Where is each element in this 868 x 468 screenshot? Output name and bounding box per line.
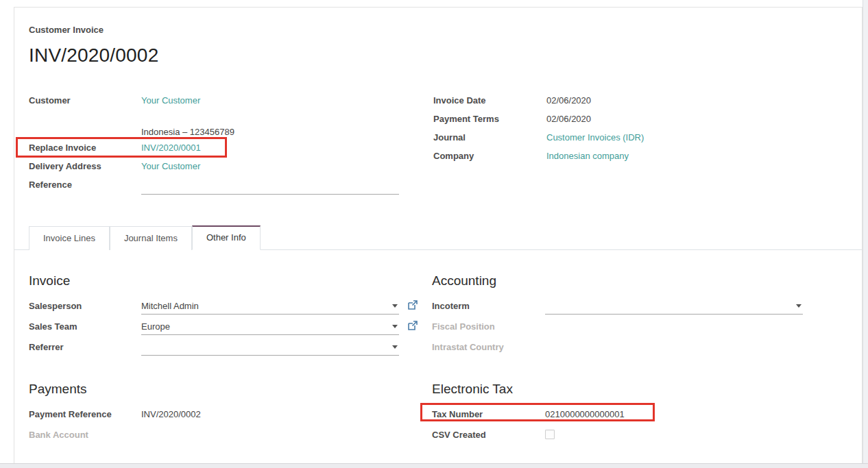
payment-reference-value: INV/2020/0002 (141, 406, 201, 419)
section-invoice: Invoice Salesperson Mitchell Admin Sales… (29, 273, 432, 360)
section-accounting-title: Accounting (432, 273, 803, 288)
salesperson-dropdown[interactable]: Mitchell Admin (141, 299, 399, 315)
tab-other-info[interactable]: Other Info (192, 225, 261, 250)
company-label: Company (433, 149, 546, 161)
field-row-reference: Reference (29, 178, 433, 197)
field-row-replace-invoice: Replace Invoice INV/2020/0001 (29, 141, 433, 160)
section-payments: Payments Payment Reference INV/2020/0002… (29, 382, 432, 447)
journal-link[interactable]: Customer Invoices (IDR) (546, 131, 644, 143)
chevron-down-icon[interactable] (796, 304, 801, 308)
intrastat-country-label: Intrastat Country (432, 339, 545, 352)
tab-journal-items[interactable]: Journal Items (110, 226, 192, 250)
delivery-address-link[interactable]: Your Customer (141, 160, 200, 171)
invoice-date-label: Invoice Date (433, 94, 546, 106)
field-row-referrer: Referrer (29, 339, 432, 360)
journal-label: Journal (433, 131, 546, 143)
doc-type-label: Customer Invoice (29, 25, 862, 35)
vertical-scrollbar[interactable] (863, 0, 868, 463)
company-link[interactable]: Indonesian company (546, 149, 629, 161)
header-detail-grid: Customer Your Customer Indonesia – 12345… (29, 94, 862, 197)
salesperson-label: Salesperson (29, 298, 141, 311)
reference-input[interactable] (141, 180, 399, 195)
customer-address-text: Indonesia – 123456789 (141, 125, 234, 141)
other-info-panel: Invoice Salesperson Mitchell Admin Sales… (29, 273, 862, 468)
field-row-bank-account: Bank Account (29, 427, 432, 447)
customer-link[interactable]: Your Customer (141, 94, 200, 106)
sales-team-label: Sales Team (29, 319, 141, 332)
sales-team-dropdown[interactable]: Europe (141, 320, 399, 335)
field-row-delivery-address: Delivery Address Your Customer (29, 160, 433, 178)
incoterm-label: Incoterm (432, 298, 545, 311)
field-row-company: Company Indonesian company (433, 149, 803, 168)
bank-account-label: Bank Account (29, 427, 141, 440)
fiscal-position-label: Fiscal Position (432, 319, 545, 332)
field-row-intrastat-country: Intrastat Country (432, 339, 803, 360)
section-accounting: Accounting Incoterm Fiscal Position Intr… (432, 273, 803, 360)
replace-invoice-link[interactable]: INV/2020/0001 (141, 141, 201, 153)
payment-terms-label: Payment Terms (433, 112, 546, 124)
field-row-payment-reference: Payment Reference INV/2020/0002 (29, 406, 432, 427)
referrer-dropdown[interactable] (141, 341, 399, 356)
invoice-number-title: INV/2020/0002 (29, 45, 862, 66)
tax-number-value: 0210000000000001 (545, 406, 625, 419)
field-row-customer: Customer Your Customer (29, 94, 433, 112)
field-row-fiscal-position: Fiscal Position (432, 319, 803, 339)
notebook-tabs: Invoice Lines Journal Items Other Info (14, 224, 862, 250)
section-electronic-tax-title: Electronic Tax (432, 382, 803, 397)
external-link-icon[interactable] (407, 300, 418, 312)
horizontal-scrollbar[interactable] (0, 463, 868, 468)
payment-terms-value: 02/06/2020 (546, 112, 591, 124)
field-row-invoice-date: Invoice Date 02/06/2020 (433, 94, 803, 112)
invoice-date-value: 02/06/2020 (546, 94, 591, 106)
field-row-sales-team: Sales Team Europe (29, 319, 432, 339)
field-row-tax-number: Tax Number 0210000000000001 (432, 406, 803, 427)
csv-created-checkbox[interactable] (545, 430, 555, 439)
payment-reference-label: Payment Reference (29, 406, 141, 419)
section-invoice-title: Invoice (29, 273, 432, 288)
field-row-csv-created: CSV Created (432, 427, 803, 447)
chevron-down-icon[interactable] (392, 304, 398, 308)
field-row-journal: Journal Customer Invoices (IDR) (433, 131, 803, 149)
invoice-form-sheet: Customer Invoice INV/2020/0002 Customer … (14, 7, 863, 463)
chevron-down-icon[interactable] (392, 345, 398, 349)
section-payments-title: Payments (29, 382, 432, 397)
field-row-payment-terms: Payment Terms 02/06/2020 (433, 112, 803, 131)
field-row-customer-address: Indonesia – 123456789 (29, 112, 433, 141)
field-row-salesperson: Salesperson Mitchell Admin (29, 298, 432, 319)
replace-invoice-label: Replace Invoice (29, 141, 141, 153)
section-electronic-tax: Electronic Tax Tax Number 02100000000000… (432, 382, 803, 447)
csv-created-label: CSV Created (432, 427, 545, 440)
customer-label: Customer (29, 94, 141, 106)
chevron-down-icon[interactable] (392, 325, 398, 328)
incoterm-dropdown[interactable] (545, 299, 803, 315)
tax-number-label: Tax Number (432, 406, 545, 419)
delivery-address-label: Delivery Address (29, 160, 141, 171)
external-link-icon[interactable] (407, 321, 418, 333)
tab-invoice-lines[interactable]: Invoice Lines (29, 226, 110, 250)
reference-label: Reference (29, 178, 141, 190)
referrer-label: Referrer (29, 339, 141, 352)
field-row-incoterm: Incoterm (432, 298, 803, 319)
